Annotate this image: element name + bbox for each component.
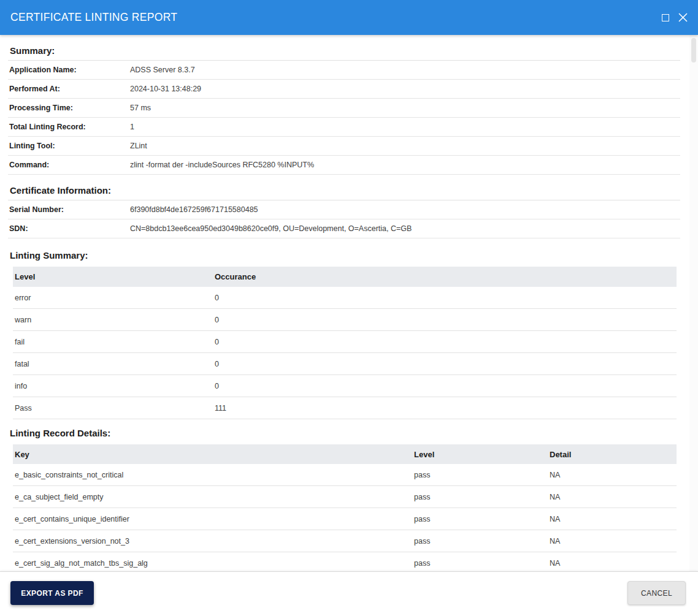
dialog-header: CERTIFICATE LINTING REPORT [0, 0, 698, 35]
occurance-cell: 0 [213, 294, 677, 302]
detail-cell: NA [548, 515, 677, 523]
table-header-row: Level Occurance [13, 267, 677, 287]
level-cell: pass [412, 559, 548, 568]
summary-row: Performed At: 2024-10-31 13:48:29 [8, 80, 680, 99]
field-value: zlint -format der -includeSources RFC528… [130, 161, 314, 169]
table-header-row: Key Level Detail [13, 444, 677, 464]
occurance-cell: 111 [213, 404, 677, 413]
field-label: Total Linting Record: [8, 123, 130, 131]
field-label: Performed At: [8, 85, 130, 93]
summary-row: Application Name: ADSS Server 8.3.7 [8, 61, 680, 80]
scrollbar-thumb[interactable] [691, 38, 696, 63]
column-header-occurance: Occurance [213, 272, 677, 281]
detail-cell: NA [548, 471, 677, 479]
key-cell: e_cert_sig_alg_not_match_tbs_sig_alg [13, 559, 412, 568]
cancel-button[interactable]: CANCEL [627, 581, 686, 605]
dialog-title: CERTIFICATE LINTING REPORT [10, 11, 177, 24]
summary-row: Processing Time: 57 ms [8, 99, 680, 118]
table-row: warn 0 [13, 309, 677, 331]
field-value: 1 [130, 123, 134, 131]
certificate-information-section: Certificate Information: Serial Number: … [8, 175, 680, 238]
key-cell: e_cert_extensions_version_not_3 [13, 537, 412, 546]
maximize-icon[interactable] [662, 14, 669, 21]
field-value: ADSS Server 8.3.7 [130, 66, 195, 74]
table-row: e_cert_contains_unique_identifier pass N… [13, 508, 677, 530]
key-cell: e_cert_contains_unique_identifier [13, 515, 412, 523]
summary-section: Summary: Application Name: ADSS Server 8… [8, 35, 680, 175]
table-row: e_basic_constraints_not_critical pass NA [13, 464, 677, 486]
occurance-cell: 0 [213, 338, 677, 346]
level-cell: pass [412, 515, 548, 523]
table-row: info 0 [13, 375, 677, 397]
field-label: SDN: [8, 224, 130, 233]
field-value: 6f390fd8bf4de167259f671715580485 [130, 205, 258, 214]
export-as-pdf-button[interactable]: EXPORT AS PDF [10, 581, 94, 605]
detail-cell: NA [548, 537, 677, 546]
column-header-detail: Detail [548, 450, 677, 459]
occurance-cell: 0 [213, 316, 677, 324]
table-row: fail 0 [13, 331, 677, 353]
certificate-linting-report-dialog: CERTIFICATE LINTING REPORT Summary: Appl… [0, 0, 698, 616]
linting-summary-section: Linting Summary: Level Occurance error 0… [0, 238, 689, 419]
level-cell: info [13, 382, 213, 390]
field-label: Serial Number: [8, 205, 130, 214]
field-label: Command: [8, 161, 130, 169]
dialog-footer: EXPORT AS PDF CANCEL [0, 571, 698, 616]
column-header-level: Level [13, 272, 213, 281]
vertical-scrollbar[interactable] [689, 35, 698, 571]
close-icon[interactable] [678, 12, 688, 23]
table-row: error 0 [13, 287, 677, 309]
certificate-info-row: Serial Number: 6f390fd8bf4de167259f67171… [8, 200, 680, 219]
field-value: ZLint [130, 142, 147, 150]
field-value: CN=8bdcb13ee6cea950ed3049b8620ce0f9, OU=… [130, 224, 412, 233]
table-row: Pass 111 [13, 397, 677, 419]
table-row: e_ca_subject_field_empty pass NA [13, 486, 677, 508]
summary-row: Total Linting Record: 1 [8, 118, 680, 137]
dialog-body: Summary: Application Name: ADSS Server 8… [0, 35, 689, 571]
level-cell: pass [412, 471, 548, 479]
column-header-level: Level [412, 450, 548, 459]
field-label: Processing Time: [8, 104, 130, 112]
linting-summary-table: Level Occurance error 0 warn 0 fail 0 fa… [13, 267, 677, 419]
summary-row: Command: zlint -format der -includeSourc… [8, 156, 680, 175]
summary-row: Linting Tool: ZLint [8, 137, 680, 156]
detail-cell: NA [548, 493, 677, 501]
summary-heading: Summary: [8, 35, 680, 61]
level-cell: pass [412, 537, 548, 546]
table-row: e_cert_extensions_version_not_3 pass NA [13, 530, 677, 552]
level-cell: fail [13, 338, 213, 346]
detail-cell: NA [548, 559, 677, 568]
linting-summary-heading: Linting Summary: [0, 238, 689, 267]
certificate-info-row: SDN: CN=8bdcb13ee6cea950ed3049b8620ce0f9… [8, 219, 680, 238]
level-cell: Pass [13, 404, 213, 413]
linting-record-details-heading: Linting Record Details: [0, 419, 689, 444]
table-row: fatal 0 [13, 353, 677, 375]
key-cell: e_ca_subject_field_empty [13, 493, 412, 501]
level-cell: warn [13, 316, 213, 324]
column-header-key: Key [13, 450, 412, 459]
field-label: Linting Tool: [8, 142, 130, 150]
occurance-cell: 0 [213, 382, 677, 390]
level-cell: error [13, 294, 213, 302]
field-value: 57 ms [130, 104, 151, 112]
level-cell: fatal [13, 360, 213, 368]
field-label: Application Name: [8, 66, 130, 74]
occurance-cell: 0 [213, 360, 677, 368]
field-value: 2024-10-31 13:48:29 [130, 85, 201, 93]
linting-record-details-section: Linting Record Details: Key Level Detail… [0, 419, 689, 571]
linting-record-details-table: Key Level Detail e_basic_constraints_not… [13, 444, 677, 571]
key-cell: e_basic_constraints_not_critical [13, 471, 412, 479]
level-cell: pass [412, 493, 548, 501]
table-row: e_cert_sig_alg_not_match_tbs_sig_alg pas… [13, 552, 677, 571]
window-controls [662, 12, 688, 23]
certificate-information-heading: Certificate Information: [8, 175, 680, 200]
